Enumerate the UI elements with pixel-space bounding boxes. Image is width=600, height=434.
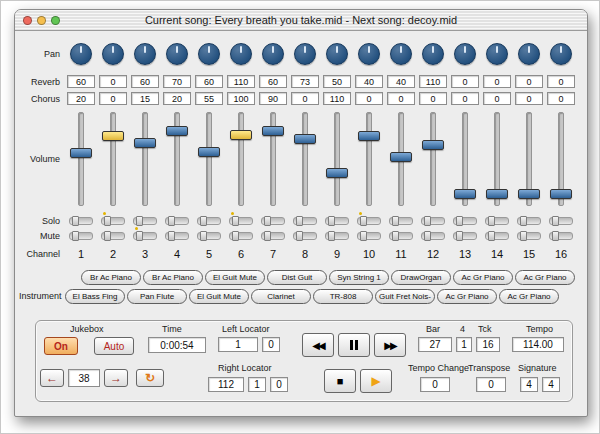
mute-toggle-ch15[interactable] xyxy=(517,232,541,240)
zoom-button[interactable] xyxy=(51,16,60,25)
reverb-value-ch11[interactable]: 40 xyxy=(387,75,415,88)
volume-slider-ch8[interactable] xyxy=(302,112,308,206)
stop-button[interactable]: ■ xyxy=(324,369,356,393)
volume-handle-ch5[interactable] xyxy=(198,147,220,157)
jukebox-on-button[interactable]: On xyxy=(44,337,78,355)
jukebox-auto-button[interactable]: Auto xyxy=(94,337,134,355)
chorus-value-ch14[interactable]: 0 xyxy=(483,92,511,105)
solo-toggle-ch2[interactable] xyxy=(101,217,125,225)
left-locator-tick-field[interactable]: 0 xyxy=(262,337,280,352)
reverb-value-ch7[interactable]: 60 xyxy=(259,75,287,88)
mute-toggle-ch11[interactable] xyxy=(389,232,413,240)
pan-knob-ch16[interactable] xyxy=(550,43,572,65)
pan-knob-ch6[interactable] xyxy=(230,43,252,65)
close-button[interactable] xyxy=(23,16,32,25)
chorus-value-ch12[interactable]: 0 xyxy=(419,92,447,105)
reverb-value-ch3[interactable]: 60 xyxy=(131,75,159,88)
volume-slider-ch1[interactable] xyxy=(78,112,84,206)
reverb-value-ch16[interactable]: 0 xyxy=(547,75,575,88)
volume-slider-ch12[interactable] xyxy=(430,112,436,206)
volume-slider-ch9[interactable] xyxy=(334,112,340,206)
pan-knob-ch7[interactable] xyxy=(262,43,284,65)
pause-button[interactable] xyxy=(338,333,370,357)
reverb-value-ch9[interactable]: 50 xyxy=(323,75,351,88)
instrument-button-row1-6[interactable]: DrawOrgan xyxy=(391,270,451,285)
instrument-button-row1-8[interactable]: Ac Gr Piano xyxy=(515,270,575,285)
volume-handle-ch14[interactable] xyxy=(486,189,508,199)
mute-toggle-ch12[interactable] xyxy=(421,232,445,240)
chorus-value-ch5[interactable]: 55 xyxy=(195,92,223,105)
reverb-value-ch12[interactable]: 110 xyxy=(419,75,447,88)
instrument-button-row1-5[interactable]: Syn String 1 xyxy=(329,270,389,285)
volume-slider-ch14[interactable] xyxy=(494,112,500,206)
right-locator-bar-field[interactable]: 112 xyxy=(208,377,244,392)
volume-handle-ch15[interactable] xyxy=(518,189,540,199)
mute-toggle-ch1[interactable] xyxy=(69,232,93,240)
pan-knob-ch1[interactable] xyxy=(70,43,92,65)
volume-slider-ch11[interactable] xyxy=(398,112,404,206)
instrument-button-row2-2[interactable]: Pan Flute xyxy=(127,289,187,304)
instrument-button-row2-3[interactable]: El Guit Mute xyxy=(189,289,249,304)
volume-slider-ch16[interactable] xyxy=(558,112,564,206)
instrument-button-row1-2[interactable]: Br Ac Piano xyxy=(143,270,203,285)
mute-toggle-ch10[interactable] xyxy=(357,232,381,240)
chorus-value-ch9[interactable]: 110 xyxy=(323,92,351,105)
volume-handle-ch16[interactable] xyxy=(550,189,572,199)
volume-slider-ch5[interactable] xyxy=(206,112,212,206)
instrument-button-row2-5[interactable]: TR-808 xyxy=(313,289,373,304)
previous-song-button[interactable]: ← xyxy=(40,369,64,387)
solo-toggle-ch6[interactable] xyxy=(229,217,253,225)
volume-slider-ch2[interactable] xyxy=(110,112,116,206)
pan-knob-ch3[interactable] xyxy=(134,43,156,65)
mute-toggle-ch2[interactable] xyxy=(101,232,125,240)
volume-handle-ch1[interactable] xyxy=(70,148,92,158)
reverb-value-ch14[interactable]: 0 xyxy=(483,75,511,88)
pan-knob-ch12[interactable] xyxy=(422,43,444,65)
minimize-button[interactable] xyxy=(37,16,46,25)
pan-knob-ch15[interactable] xyxy=(518,43,540,65)
solo-toggle-ch7[interactable] xyxy=(261,217,285,225)
chorus-value-ch15[interactable]: 0 xyxy=(515,92,543,105)
reverb-value-ch1[interactable]: 60 xyxy=(67,75,95,88)
left-locator-bar-field[interactable]: 1 xyxy=(218,337,258,352)
right-locator-beat-field[interactable]: 1 xyxy=(248,377,266,392)
mute-toggle-ch4[interactable] xyxy=(165,232,189,240)
tempo-change-field[interactable]: 0 xyxy=(420,377,450,392)
instrument-button-row1-4[interactable]: Dist Guit xyxy=(267,270,327,285)
volume-handle-ch7[interactable] xyxy=(262,126,284,136)
transpose-field[interactable]: 0 xyxy=(476,377,506,392)
instrument-button-row1-7[interactable]: Ac Gr Piano xyxy=(453,270,513,285)
mute-toggle-ch5[interactable] xyxy=(197,232,221,240)
volume-handle-ch10[interactable] xyxy=(358,131,380,141)
solo-toggle-ch16[interactable] xyxy=(549,217,573,225)
play-button[interactable]: ▶ xyxy=(360,369,392,393)
pan-knob-ch9[interactable] xyxy=(326,43,348,65)
volume-handle-ch3[interactable] xyxy=(134,138,156,148)
song-number-field[interactable]: 38 xyxy=(68,369,100,387)
chorus-value-ch6[interactable]: 100 xyxy=(227,92,255,105)
solo-toggle-ch3[interactable] xyxy=(133,217,157,225)
reverb-value-ch13[interactable]: 0 xyxy=(451,75,479,88)
volume-slider-ch3[interactable] xyxy=(142,112,148,206)
volume-handle-ch6[interactable] xyxy=(230,130,252,140)
reverb-value-ch5[interactable]: 60 xyxy=(195,75,223,88)
tempo-value[interactable]: 114.00 xyxy=(512,337,564,352)
volume-handle-ch12[interactable] xyxy=(422,140,444,150)
solo-toggle-ch5[interactable] xyxy=(197,217,221,225)
pan-knob-ch4[interactable] xyxy=(166,43,188,65)
mute-toggle-ch16[interactable] xyxy=(549,232,573,240)
reverb-value-ch15[interactable]: 0 xyxy=(515,75,543,88)
chorus-value-ch2[interactable]: 0 xyxy=(99,92,127,105)
volume-handle-ch2[interactable] xyxy=(102,131,124,141)
chorus-value-ch4[interactable]: 20 xyxy=(163,92,191,105)
chorus-value-ch1[interactable]: 20 xyxy=(67,92,95,105)
solo-toggle-ch14[interactable] xyxy=(485,217,509,225)
volume-slider-ch7[interactable] xyxy=(270,112,276,206)
mute-toggle-ch14[interactable] xyxy=(485,232,509,240)
loop-button[interactable]: ↻ xyxy=(136,369,164,387)
volume-slider-ch6[interactable] xyxy=(238,112,244,206)
reverb-value-ch6[interactable]: 110 xyxy=(227,75,255,88)
rewind-button[interactable]: ◀◀ xyxy=(302,333,334,357)
next-song-button[interactable]: → xyxy=(104,369,128,387)
instrument-button-row2-8[interactable]: Ac Gr Piano xyxy=(499,289,559,304)
